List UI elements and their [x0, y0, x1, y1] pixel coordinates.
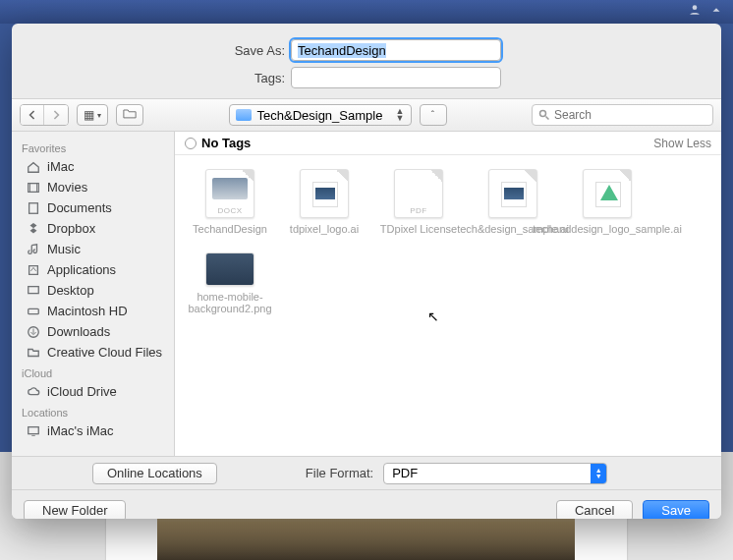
tag-label: No Tags [201, 136, 251, 150]
file-item[interactable]: tdpixel_logo.ai [277, 165, 371, 239]
sidebar-item-music[interactable]: Music [12, 239, 174, 259]
tags-input[interactable] [291, 67, 501, 88]
folder-icon [26, 346, 41, 360]
sidebar-item-movies[interactable]: Movies [12, 177, 174, 197]
sidebar-item-downloads[interactable]: Downloads [12, 321, 174, 342]
svg-rect-3 [29, 202, 38, 213]
downloads-icon [26, 325, 41, 339]
home-icon [26, 160, 41, 174]
mouse-cursor: ↖ [427, 308, 439, 324]
cloud-icon [26, 385, 41, 399]
folder-outline-icon [123, 108, 137, 122]
window-background: Save As: Tags: ▦ ▾ [0, 0, 733, 560]
file-format-popup[interactable]: PDF ▲▼ [383, 463, 607, 484]
music-icon [26, 243, 41, 256]
svg-rect-5 [28, 308, 39, 313]
search-field[interactable] [532, 104, 713, 126]
sidebar-item-dropbox[interactable]: Dropbox [12, 218, 174, 239]
svg-rect-4 [28, 286, 39, 293]
show-less-link[interactable]: Show Less [653, 137, 711, 150]
group-button[interactable] [116, 104, 143, 126]
updown-icon: ▲▼ [591, 464, 606, 483]
account-icon[interactable] [688, 3, 702, 21]
file-grid[interactable]: DOCX TechandDesign tdpixel_logo.ai PDF T… [175, 155, 721, 456]
updown-icon: ▲▼ [396, 108, 405, 122]
svg-rect-7 [28, 426, 39, 433]
save-as-row: Save As: [12, 24, 721, 63]
file-item[interactable]: techanddesign_logo_sample.ai [560, 165, 654, 239]
sidebar: Favorites iMac Movies Documents Dropbox … [12, 132, 175, 456]
view-mode-button[interactable]: ▦ ▾ [77, 104, 108, 126]
movies-icon [26, 181, 41, 195]
dropbox-icon [26, 222, 41, 236]
sidebar-item-cc-files[interactable]: Creative Cloud Files [12, 342, 174, 363]
chevron-down-icon: ▾ [97, 111, 101, 120]
file-format-label: File Format: [306, 466, 373, 480]
file-name: home-mobile-background2.png [186, 291, 274, 314]
folder-icon [236, 109, 252, 121]
folder-popup[interactable]: Tech&Design_Sample ▲▼ [229, 104, 412, 126]
file-thumb: PDF [394, 169, 443, 218]
file-name: TechandDesign [193, 223, 267, 235]
tag-radio[interactable] [185, 138, 197, 149]
sidebar-section-head: Locations [12, 402, 174, 420]
format-bar: Online Locations File Format: PDF ▲▼ [12, 456, 721, 489]
forward-button[interactable] [44, 105, 68, 125]
file-item[interactable]: DOCX TechandDesign [183, 165, 277, 239]
file-name: TDpixel License [380, 223, 457, 235]
save-dialog: Save As: Tags: ▦ ▾ [12, 24, 721, 519]
app-titlebar [0, 0, 733, 24]
file-thumb [300, 169, 349, 218]
sidebar-item-desktop[interactable]: Desktop [12, 280, 174, 301]
file-name: techanddesign_logo_sample.ai [533, 223, 682, 235]
svg-point-0 [693, 5, 698, 10]
applications-icon [26, 263, 41, 277]
cancel-button[interactable]: Cancel [556, 500, 633, 520]
tag-filter-bar: No Tags Show Less [175, 132, 721, 155]
tags-label: Tags: [31, 71, 285, 85]
toolbar: ▦ ▾ Tech&Design_Sample ▲▼ ˆ [12, 98, 721, 132]
file-thumb [205, 252, 254, 286]
sidebar-item-macintosh-hd[interactable]: Macintosh HD [12, 301, 174, 321]
file-format-value: PDF [392, 466, 418, 480]
grid-icon: ▦ [84, 108, 94, 122]
folder-name: Tech&Design_Sample [257, 108, 383, 123]
sidebar-item-icloud-drive[interactable]: iCloud Drive [12, 381, 174, 402]
file-thumb [488, 169, 537, 218]
file-thumb: DOCX [205, 169, 254, 218]
save-as-input[interactable] [291, 39, 501, 61]
save-as-label: Save As: [31, 43, 285, 58]
disk-icon [26, 305, 41, 318]
documents-icon [26, 201, 41, 215]
sidebar-item-imac[interactable]: iMac [12, 156, 174, 177]
button-bar: New Folder Cancel Save [12, 489, 721, 519]
back-button[interactable] [21, 105, 44, 125]
monitor-icon [26, 424, 41, 438]
tags-row: Tags: [12, 63, 721, 98]
file-browser: No Tags Show Less DOCX TechandDesign tdp… [175, 132, 721, 456]
desktop-icon [26, 284, 41, 298]
chevron-up-icon: ˆ [431, 110, 434, 121]
file-name: tdpixel_logo.ai [290, 223, 359, 235]
online-locations-button[interactable]: Online Locations [92, 463, 217, 484]
save-button[interactable]: Save [643, 500, 709, 520]
svg-point-1 [540, 111, 546, 117]
search-icon [538, 109, 550, 121]
chevron-up-icon[interactable] [709, 3, 723, 21]
sidebar-section-head: iCloud [12, 363, 174, 381]
file-thumb [583, 169, 632, 218]
new-folder-button[interactable]: New Folder [24, 500, 126, 520]
dialog-body: Favorites iMac Movies Documents Dropbox … [12, 132, 721, 456]
search-input[interactable] [554, 108, 706, 122]
nav-segment [20, 104, 69, 126]
sidebar-section-head: Favorites [12, 138, 174, 156]
sidebar-item-applications[interactable]: Applications [12, 259, 174, 280]
file-item[interactable]: PDF TDpixel License [371, 165, 466, 239]
collapse-button[interactable]: ˆ [420, 104, 447, 126]
sidebar-item-documents[interactable]: Documents [12, 197, 174, 218]
file-item[interactable]: home-mobile-background2.png [183, 241, 277, 318]
sidebar-item-imacs-imac[interactable]: iMac's iMac [12, 420, 174, 441]
